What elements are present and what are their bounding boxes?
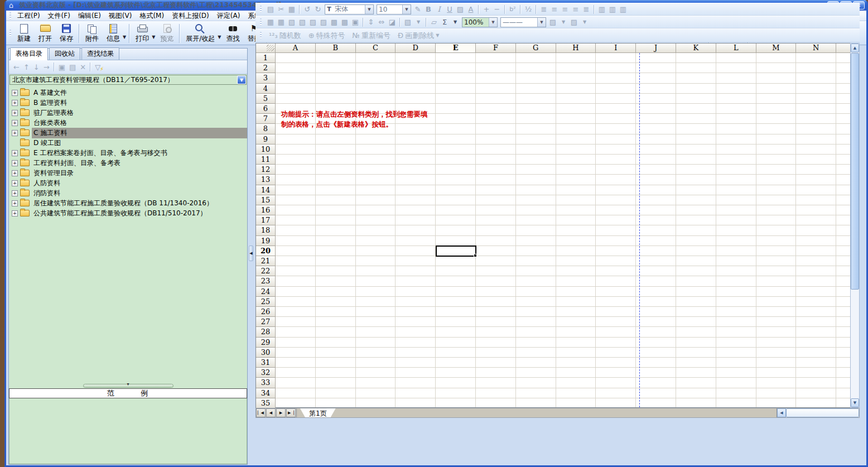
menu-item-格式[interactable]: 格式(M) [136, 10, 168, 22]
first-sheet-icon[interactable]: ▏◀ [256, 408, 266, 417]
toolbar-button-new-doc[interactable]: 新建 [13, 23, 35, 44]
decrease-font-icon[interactable]: − [493, 6, 501, 13]
chevron-down-icon[interactable]: ▼ [365, 5, 373, 14]
align-distribute-icon[interactable]: ≣ [582, 6, 590, 13]
column-header-D[interactable]: D [396, 44, 436, 53]
tree-item-label[interactable]: 资料管理目录 [32, 168, 75, 179]
align-left-icon[interactable]: ≡ [551, 6, 558, 13]
tree-item[interactable]: +消防资料 [9, 188, 247, 198]
tree-item[interactable]: D 竣工图 [9, 138, 247, 148]
column-header-E[interactable]: E [436, 44, 476, 53]
align-center-icon[interactable]: ≡ [561, 6, 569, 13]
column-header-G[interactable]: G [516, 44, 556, 53]
sidebar-tab-查找结果[interactable]: 查找结果 [81, 47, 119, 60]
vertical-text-stack-icon[interactable]: ▥ [619, 6, 627, 13]
tree-item-label[interactable]: 消防资料 [32, 188, 62, 199]
expand-plus-icon[interactable]: + [12, 130, 18, 136]
row-spacing-icon[interactable]: ⇕ [367, 18, 375, 26]
row-header-14[interactable]: 14 [256, 185, 276, 195]
tree-item[interactable]: +驻厂监理表格 [9, 108, 247, 118]
row-header-13[interactable]: 13 [256, 175, 276, 185]
increase-font-icon[interactable]: + [483, 6, 490, 13]
row-header-29[interactable]: 29 [256, 338, 276, 348]
font-size-select[interactable]: 10 ▼ [377, 4, 411, 15]
bold-icon[interactable]: B [425, 6, 432, 13]
font-color-icon[interactable]: A [467, 6, 475, 13]
zoom-select[interactable]: 100% ▼ [462, 17, 498, 27]
row-header-4[interactable]: 4 [256, 84, 276, 94]
horizontal-scrollbar[interactable]: ◀ [777, 408, 859, 417]
redo-icon[interactable]: ↻ [314, 6, 322, 13]
border-color-icon[interactable]: ▨ [549, 18, 557, 26]
row-header-10[interactable]: 10 [256, 145, 276, 155]
menu-item-编辑[interactable]: 编辑(E) [74, 10, 105, 22]
toolbar-button-printer[interactable]: 打印 [132, 23, 153, 44]
vertical-text-icon[interactable]: ▥ [598, 6, 606, 13]
row-header-18[interactable]: 18 [256, 225, 276, 235]
row-header-3[interactable]: 3 [256, 73, 276, 83]
sidebar-collapse-button[interactable]: ◀ [249, 245, 253, 261]
shade-cells-icon[interactable]: ▩ [330, 18, 338, 26]
expand-plus-icon[interactable]: + [12, 110, 18, 116]
chevron-down-icon[interactable]: ▼ [581, 18, 589, 26]
column-spacing-icon[interactable]: ⇔ [378, 18, 385, 26]
expand-plus-icon[interactable]: + [12, 170, 18, 176]
prev-sheet-icon[interactable]: ◀ [266, 408, 276, 417]
row-header-25[interactable]: 25 [256, 297, 276, 307]
delete-column-icon[interactable]: ▨ [320, 18, 327, 26]
expand-plus-icon[interactable]: + [12, 180, 18, 186]
splitter-handle[interactable] [83, 384, 173, 388]
toolbar-button-expand[interactable]: 展开/收起 [182, 23, 219, 44]
row-header-26[interactable]: 26 [256, 307, 276, 317]
row-header-21[interactable]: 21 [256, 256, 276, 266]
row-header-15[interactable]: 15 [256, 195, 276, 205]
toolbar-button-open-folder[interactable]: 打开 [35, 23, 56, 44]
chevron-down-icon[interactable]: ▼ [451, 18, 459, 26]
underline-icon[interactable]: U [446, 6, 454, 13]
row-header-7[interactable]: 7 [256, 114, 276, 124]
split-cell-icon[interactable]: ▧ [298, 18, 306, 26]
tree-item[interactable]: +B 监理资料 [9, 98, 247, 108]
horizontal-scroll-thumb[interactable] [786, 408, 859, 417]
row-header-32[interactable]: 32 [256, 368, 276, 378]
fill-color-icon[interactable]: ▨ [456, 6, 464, 13]
move-down-icon[interactable]: ↓ [33, 63, 40, 71]
delete-icon[interactable]: ✕ [80, 63, 86, 71]
tree-item-label[interactable]: 公共建筑节能工程施工质量验收规程（DB11/510-2017） [32, 208, 209, 219]
next-sheet-icon[interactable]: ▶ [276, 408, 286, 417]
scroll-left-icon[interactable]: ◀ [777, 408, 786, 417]
selected-cell[interactable] [436, 245, 476, 257]
chevron-down-icon[interactable]: ▼ [152, 35, 155, 40]
row-header-34[interactable]: 34 [256, 388, 276, 398]
row-header-19[interactable]: 19 [256, 236, 276, 246]
expand-plus-icon[interactable]: + [12, 160, 18, 166]
toolbar-button-info-doc[interactable]: 信息 [103, 23, 124, 44]
font-family-select[interactable]: T 宋体 ▼ [325, 4, 374, 15]
menu-item-视图[interactable]: 视图(V) [105, 10, 136, 22]
format-painter-icon[interactable]: ✎ [414, 6, 422, 13]
row-header-31[interactable]: 31 [256, 358, 276, 368]
tree-item[interactable]: +居住建筑节能工程施工质量验收规程（DB 11/1340-2016） [9, 198, 247, 208]
row-header-11[interactable]: 11 [256, 155, 276, 165]
standard-dropdown[interactable]: 北京市建筑工程资料管理规程（DB11／T695-2017） ▼ [9, 75, 247, 85]
row-header-16[interactable]: 16 [256, 205, 276, 215]
sidebar-tab-表格目录[interactable]: 表格目录 [10, 47, 48, 60]
chevron-down-icon[interactable]: ▼ [537, 18, 546, 27]
tree-item[interactable]: +A 基建文件 [9, 88, 247, 98]
move-up-icon[interactable]: ↑ [23, 63, 30, 71]
insert-row-icon[interactable]: ▦ [267, 18, 274, 26]
chevron-down-icon[interactable]: ▼ [218, 35, 221, 40]
column-header-J[interactable]: J [636, 44, 676, 53]
column-header-H[interactable]: H [556, 44, 596, 53]
column-header-N[interactable]: N [796, 44, 836, 53]
insert-image-icon[interactable]: ▧ [404, 18, 412, 26]
column-header-A[interactable]: A [276, 44, 316, 53]
tree-item[interactable]: +资料管理目录 [9, 168, 247, 178]
sum-icon[interactable]: Σ [441, 18, 449, 26]
menu-item-工程[interactable]: 工程(P) [13, 10, 44, 22]
row-header-22[interactable]: 22 [256, 266, 276, 276]
chevron-down-icon[interactable]: ▼ [402, 5, 411, 14]
expand-plus-icon[interactable]: + [12, 150, 18, 156]
example-header[interactable]: 范 例 [9, 388, 247, 398]
tree-item-label[interactable]: 工程资料封面、目录、备考表 [32, 158, 122, 168]
